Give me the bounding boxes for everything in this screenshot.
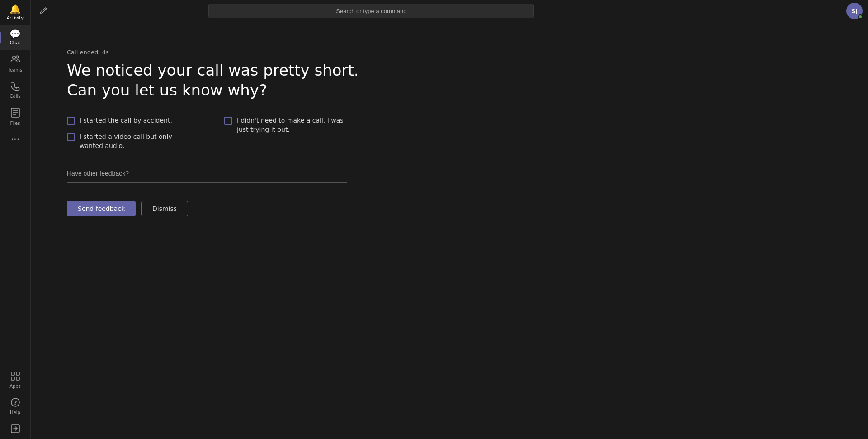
- sidebar-label-chat: Chat: [10, 40, 20, 45]
- sidebar-item-share[interactable]: [0, 420, 30, 439]
- sidebar-label-activity: Activity: [7, 15, 24, 20]
- content-area: Call ended: 4s We noticed your call was …: [31, 22, 868, 439]
- headline: We noticed your call was pretty short. C…: [67, 60, 383, 100]
- activity-icon: 🔔: [9, 5, 21, 14]
- calls-icon: [11, 81, 20, 92]
- sidebar-item-apps[interactable]: Apps: [0, 367, 30, 393]
- sidebar-item-activity[interactable]: 🔔 Activity: [0, 0, 30, 25]
- sidebar-item-files[interactable]: Files: [0, 103, 30, 130]
- search-input[interactable]: [208, 4, 534, 18]
- main-area: SJ Call ended: 4s We noticed your call w…: [31, 0, 868, 439]
- checkbox-label-accident: I started the call by accident.: [80, 116, 172, 125]
- checkbox-no-need[interactable]: [224, 117, 232, 125]
- more-icon: ···: [11, 135, 19, 144]
- svg-text:?: ?: [14, 400, 17, 406]
- chat-icon: 💬: [9, 29, 21, 38]
- svg-point-1: [16, 56, 19, 58]
- sidebar-label-teams: Teams: [8, 67, 23, 72]
- svg-rect-7: [16, 372, 19, 375]
- headline-line1: We noticed your call was pretty short.: [67, 60, 383, 80]
- buttons-row: Send feedback Dismiss: [67, 201, 383, 216]
- avatar-status-indicator: [858, 14, 863, 19]
- active-indicator: [0, 32, 1, 43]
- headline-line2: Can you let us know why?: [67, 80, 383, 100]
- send-feedback-button[interactable]: Send feedback: [67, 201, 136, 216]
- checkboxes-section: I started the call by accident. I starte…: [67, 116, 383, 150]
- avatar-initials: SJ: [851, 8, 858, 14]
- sidebar: 🔔 Activity 💬 Chat Teams Calls: [0, 0, 31, 439]
- other-feedback-input[interactable]: [67, 167, 347, 183]
- sidebar-item-chat[interactable]: 💬 Chat: [0, 25, 30, 50]
- sidebar-item-more[interactable]: ···: [0, 130, 30, 148]
- call-ended-label: Call ended: 4s: [67, 49, 383, 56]
- checkbox-item-accident[interactable]: I started the call by accident.: [67, 116, 197, 125]
- sidebar-label-apps: Apps: [9, 384, 21, 389]
- checkbox-col-right: I didn't need to make a call. I was just…: [224, 116, 354, 150]
- sidebar-item-teams[interactable]: Teams: [0, 50, 30, 77]
- topbar: SJ: [31, 0, 868, 22]
- search-bar: [208, 4, 534, 18]
- sidebar-label-calls: Calls: [10, 94, 21, 99]
- checkbox-col-left: I started the call by accident. I starte…: [67, 116, 197, 150]
- teams-icon: [10, 54, 20, 66]
- files-icon: [11, 108, 20, 119]
- svg-rect-8: [11, 377, 14, 380]
- sidebar-label-help: Help: [10, 410, 20, 415]
- sidebar-item-calls[interactable]: Calls: [0, 77, 30, 103]
- checkbox-video-audio[interactable]: [67, 133, 75, 141]
- compose-button[interactable]: [36, 4, 51, 18]
- feedback-panel: Call ended: 4s We noticed your call was …: [67, 49, 383, 216]
- help-icon: ?: [11, 398, 20, 408]
- svg-point-0: [12, 56, 15, 59]
- checkbox-item-no-need[interactable]: I didn't need to make a call. I was just…: [224, 116, 354, 134]
- dismiss-button[interactable]: Dismiss: [141, 201, 188, 216]
- share-icon: [11, 424, 20, 434]
- checkbox-label-video-audio: I started a video call but only wanted a…: [80, 133, 197, 150]
- checkbox-item-video-audio[interactable]: I started a video call but only wanted a…: [67, 133, 197, 150]
- sidebar-item-help[interactable]: ? Help: [0, 393, 30, 420]
- svg-rect-6: [11, 372, 14, 375]
- checkbox-accident[interactable]: [67, 117, 75, 125]
- apps-icon: [11, 372, 20, 382]
- svg-rect-9: [16, 377, 19, 380]
- sidebar-bottom: Apps ? Help: [0, 367, 30, 439]
- checkbox-label-no-need: I didn't need to make a call. I was just…: [237, 116, 354, 134]
- sidebar-label-files: Files: [10, 121, 20, 126]
- avatar[interactable]: SJ: [846, 3, 863, 19]
